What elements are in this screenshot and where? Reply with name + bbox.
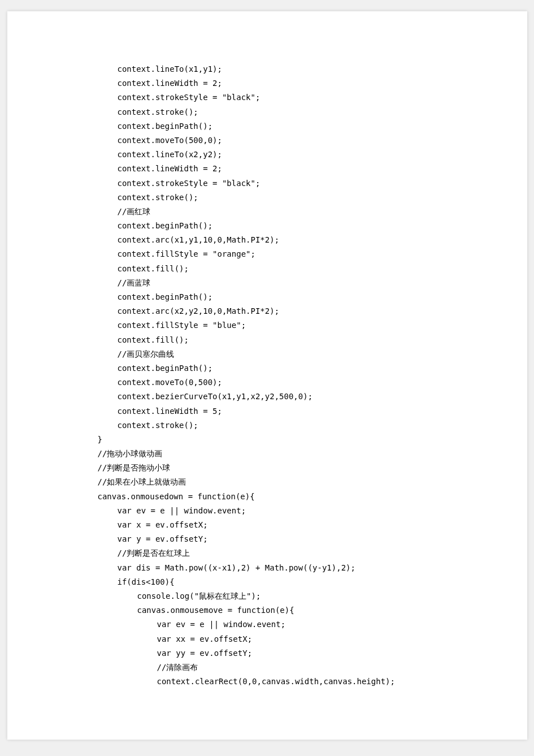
code-line: var ev = e || window.event; (41, 617, 493, 632)
code-line: //判断是否拖动小球 (41, 461, 493, 475)
code-line: var dis = Math.pow((x-x1),2) + Math.pow(… (41, 561, 493, 575)
code-line: context.strokeStyle = "black"; (41, 90, 493, 105)
code-line: canvas.onmousemove = function(e){ (41, 603, 493, 617)
code-line: if(dis<100){ (41, 575, 493, 589)
code-line: context.beginPath(); (41, 361, 493, 375)
code-line: context.lineTo(x1,y1); (41, 62, 493, 76)
code-line: console.log("鼠标在红球上"); (41, 589, 493, 603)
code-line: //如果在小球上就做动画 (41, 475, 493, 489)
code-line: //画红球 (41, 205, 493, 219)
code-line: //判断是否在红球上 (41, 546, 493, 560)
code-line: context.beginPath(); (41, 290, 493, 304)
code-line: //画蓝球 (41, 276, 493, 290)
code-line: context.lineWidth = 2; (41, 76, 493, 90)
code-line: var xx = ev.offsetX; (41, 632, 493, 646)
code-line: context.beginPath(); (41, 119, 493, 133)
code-line: context.fill(); (41, 333, 493, 347)
code-line: context.stroke(); (41, 418, 493, 433)
code-line: context.clearRect(0,0,canvas.width,canva… (41, 675, 493, 689)
code-line: context.lineWidth = 2; (41, 162, 493, 176)
code-line: canvas.onmousedown = function(e){ (41, 490, 493, 504)
code-line: context.moveTo(0,500); (41, 375, 493, 390)
code-line: context.bezierCurveTo(x1,y1,x2,y2,500,0)… (41, 390, 493, 404)
document-page: context.lineTo(x1,y1);context.lineWidth … (7, 11, 527, 740)
code-line: context.fillStyle = "orange"; (41, 247, 493, 261)
code-line: //拖动小球做动画 (41, 447, 493, 461)
code-line: } (41, 433, 493, 447)
code-line: var yy = ev.offsetY; (41, 646, 493, 660)
code-line: context.fill(); (41, 262, 493, 276)
code-line: context.strokeStyle = "black"; (41, 176, 493, 191)
code-line: context.arc(x2,y2,10,0,Math.PI*2); (41, 304, 493, 318)
code-line: context.moveTo(500,0); (41, 133, 493, 148)
code-line: var ev = e || window.event; (41, 504, 493, 518)
code-line: context.beginPath(); (41, 219, 493, 233)
code-line: context.fillStyle = "blue"; (41, 318, 493, 332)
code-line: context.lineWidth = 5; (41, 404, 493, 418)
code-block: context.lineTo(x1,y1);context.lineWidth … (41, 62, 493, 689)
code-line: context.stroke(); (41, 191, 493, 205)
code-line: //清除画布 (41, 660, 493, 675)
code-line: context.stroke(); (41, 105, 493, 119)
code-line: //画贝塞尔曲线 (41, 347, 493, 361)
code-line: context.arc(x1,y1,10,0,Math.PI*2); (41, 233, 493, 247)
code-line: var y = ev.offsetY; (41, 532, 493, 546)
code-line: context.lineTo(x2,y2); (41, 148, 493, 162)
code-line: var x = ev.offsetX; (41, 518, 493, 532)
